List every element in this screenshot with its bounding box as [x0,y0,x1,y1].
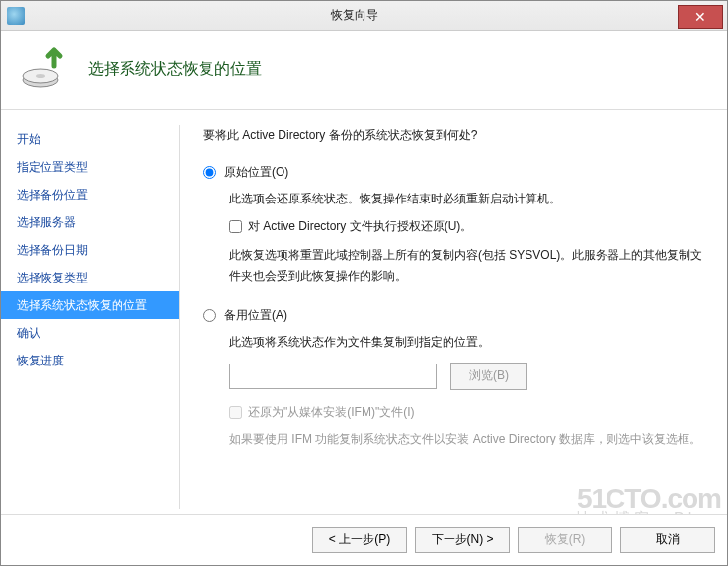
step-confirm[interactable]: 确认 [1,319,179,347]
checkbox-ifm [229,406,242,419]
window-title: 恢复向导 [31,7,678,24]
wizard-header: 选择系统状态恢复的位置 [1,31,727,110]
step-backup-location[interactable]: 选择备份位置 [1,181,179,208]
app-icon [7,7,25,25]
radio-alternate-location[interactable] [203,309,216,322]
step-location-type[interactable]: 指定位置类型 [1,153,179,181]
wizard-sidebar: 开始 指定位置类型 选择备份位置 选择服务器 选择备份日期 选择恢复类型 选择系… [1,110,179,525]
checkbox-authoritative-restore[interactable] [229,220,242,233]
checkbox-ifm-label: 还原为"从媒体安装(IFM)"文件(I) [248,404,415,421]
prev-button[interactable]: < 上一步(P) [312,527,407,553]
ifm-desc: 如果要使用 IFM 功能复制系统状态文件以安装 Active Directory… [229,429,703,448]
wizard-icon [19,46,74,94]
wizard-content: 要将此 Active Directory 备份的系统状态恢复到何处? 原始位置(… [180,110,727,525]
step-progress[interactable]: 恢复进度 [1,347,179,374]
svg-point-2 [36,74,45,78]
radio-original-label: 原始位置(O) [224,164,288,181]
original-desc: 此选项会还原系统状态。恢复操作结束时必须重新启动计算机。 [229,189,703,208]
radio-original-location[interactable] [203,166,216,179]
recover-button: 恢复(R) [518,527,612,553]
close-button[interactable]: ✕ [678,5,723,29]
checkbox-authoritative-label: 对 Active Directory 文件执行授权还原(U)。 [248,218,472,235]
step-server[interactable]: 选择服务器 [1,208,179,236]
browse-button[interactable]: 浏览(B) [450,363,527,390]
next-button[interactable]: 下一步(N) > [415,527,510,553]
wizard-footer: < 上一步(P) 下一步(N) > 恢复(R) 取消 [1,514,727,565]
titlebar: 恢复向导 ✕ [1,1,727,31]
step-recovery-type[interactable]: 选择恢复类型 [1,264,179,291]
question-label: 要将此 Active Directory 备份的系统状态恢复到何处? [203,127,703,144]
step-backup-date[interactable]: 选择备份日期 [1,236,179,264]
alternate-desc: 此选项将系统状态作为文件集复制到指定的位置。 [229,332,703,352]
cancel-button[interactable]: 取消 [620,527,715,553]
step-start[interactable]: 开始 [1,125,179,153]
page-title: 选择系统状态恢复的位置 [88,59,262,80]
original-warning: 此恢复选项将重置此域控制器上所有的复制内容(包括 SYSVOL)。此服务器上的其… [229,245,703,285]
step-system-state-location[interactable]: 选择系统状态恢复的位置 [1,291,179,319]
radio-alternate-label: 备用位置(A) [224,307,287,324]
alternate-path-input[interactable] [229,364,437,389]
